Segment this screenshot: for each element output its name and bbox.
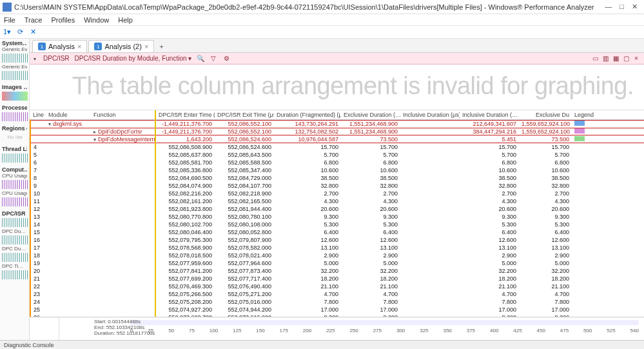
toolbar: 1▾ ⟳ ✕: [0, 26, 644, 39]
maximize-panel-icon[interactable]: ▢: [622, 55, 630, 63]
col-excl-duration[interactable]: Exclusive Duration (…: [341, 110, 400, 120]
breadcrumb-root[interactable]: DPC/ISR: [43, 55, 70, 62]
sidebar-item-cpu-usage-2[interactable]: CPU Usage: [2, 190, 27, 196]
table-header-row[interactable]: Line # Module Function DPC/ISR Enter Tim…: [30, 110, 644, 120]
sidebar-group-thread-life[interactable]: Thread Life: [2, 146, 27, 152]
table-row[interactable]: 9 552,084,074.900552,084,107.70032.800 3…: [30, 182, 644, 190]
thumbnail-icon: [2, 112, 28, 121]
timeline-ticks: 0255075100125150175200225250275300325350…: [130, 328, 639, 334]
col-legend[interactable]: Legend: [572, 110, 644, 120]
col-exit-time[interactable]: DPC/ISR Exit Time (μs): [215, 110, 274, 120]
settings-icon[interactable]: ⚙: [222, 55, 230, 63]
thumbnail-icon: [2, 92, 28, 101]
table-row[interactable]: DpiFdoMessageInterruptRoutine 1,643.2005…: [30, 135, 644, 143]
tab-analysis-1[interactable]: 1Analysis×: [32, 40, 87, 52]
table-row[interactable]: 22 552,076,469.300552,076,490.40021.100 …: [30, 283, 644, 290]
menu-trace[interactable]: Trace: [24, 16, 43, 24]
sidebar-item-dpc-timeline[interactable]: DPC Ti…: [2, 263, 27, 269]
table-row[interactable]: 8 552,084,690.500552,084,729.00038.500 3…: [30, 174, 644, 182]
table-row[interactable]: 6 552,085,581.700552,085,588.5006.800 6.…: [30, 159, 644, 166]
table-row[interactable]: 18 552,078,018.500552,078,021.4002.900 2…: [30, 252, 644, 259]
table-row[interactable]: 25 552,074,927.200552,074,944.20017.000 …: [30, 306, 644, 314]
maximize-button[interactable]: □: [620, 3, 624, 11]
thumbnail-icon: [2, 218, 28, 227]
add-tab-button[interactable]: +: [155, 41, 167, 52]
col-line[interactable]: Line #: [30, 110, 46, 120]
menu-window[interactable]: Window: [84, 16, 109, 24]
table-row[interactable]: 16 552,079,795.300552,079,807.90012.600 …: [30, 236, 644, 244]
table-row[interactable]: 10 552,082,216.200552,082,218.9002.700 2…: [30, 190, 644, 197]
table-row[interactable]: 11 552,082,161.200552,082,165.5004.300 4…: [30, 197, 644, 205]
sidebar-item-generic-events-2[interactable]: Generic Ev: [2, 64, 27, 70]
sidebar-item-generic-events-1[interactable]: Generic Ev: [2, 46, 27, 52]
table-row[interactable]: 13 552,080,770.800552,080,780.1009.300 9…: [30, 213, 644, 221]
sidebar-group-processes[interactable]: Processes: [2, 105, 27, 111]
thumbnail-icon: [2, 253, 28, 262]
view-table-icon[interactable]: ▦: [612, 55, 620, 63]
table-row[interactable]: 17 552,078,568.900552,078,582.00013.100 …: [30, 244, 644, 252]
toolbar-clear-icon[interactable]: ✕: [28, 28, 37, 37]
table-row[interactable]: 15 552,080,046.400552,080,052.8006.400 6…: [30, 228, 644, 236]
close-panel-icon[interactable]: ×: [632, 55, 640, 63]
filter-icon[interactable]: ▽: [210, 55, 217, 63]
data-table[interactable]: Line # Module Function DPC/ISR Enter Tim…: [30, 110, 644, 317]
status-bar[interactable]: Diagnostic Console: [0, 340, 644, 349]
thumbnail-icon: [2, 270, 28, 279]
no-data-label: No dat: [2, 133, 28, 142]
tab-label: Analysis: [48, 43, 75, 50]
col-function[interactable]: Function: [91, 110, 155, 120]
tab-close-icon[interactable]: ×: [77, 43, 81, 50]
panel-collapse-icon[interactable]: [34, 55, 38, 62]
sidebar-group-dpc-isr[interactable]: DPC/ISR: [2, 210, 27, 217]
close-button[interactable]: ✕: [632, 3, 638, 11]
col-duration-frag[interactable]: Duration (Fragmented) (μs): [274, 110, 341, 120]
sidebar-group-system[interactable]: System…: [2, 40, 27, 46]
sidebar-group-computation[interactable]: Comput…: [2, 166, 27, 173]
table-row[interactable]: 20 552,077,841.200552,077,873.40032.200 …: [30, 267, 644, 275]
menu-help[interactable]: Help: [118, 16, 133, 24]
app-icon: [3, 3, 12, 12]
col-incl-duration[interactable]: Inclusive Duration (μs): [400, 110, 460, 120]
tab-close-icon[interactable]: ×: [144, 43, 148, 50]
table-row[interactable]: 19 552,077,959.600552,077,964.6005.000 5…: [30, 259, 644, 267]
graph-panel-header: DPC/ISR DPC/ISR Duration by Module, Func…: [30, 53, 644, 65]
table-row[interactable]: 7 552,085,336.800552,085,347.40010.600 1…: [30, 166, 644, 174]
col-incl-duration-2[interactable]: Inclusive Duration (…: [460, 110, 519, 120]
menu-profiles[interactable]: Profiles: [51, 16, 75, 24]
table-row[interactable]: 24 552,075,208.200552,075,016.0007.800 7…: [30, 298, 644, 306]
table-row[interactable]: DpiFdoDpcForIsr -1,449,211,376.700552,08…: [30, 128, 644, 135]
sidebar-group-regions[interactable]: Regions of: [2, 125, 27, 132]
col-module[interactable]: Module: [46, 110, 91, 120]
col-enter-time[interactable]: DPC/ISR Enter Time (μs): [155, 110, 215, 120]
sidebar-group-images[interactable]: Images …: [2, 84, 27, 90]
window-title: C:\Users\MAIN SYSTEM\AppData\Local\Temp\…: [14, 3, 605, 11]
table-row[interactable]: dxgkrnl.sys -1,449,211,376.700552,086,55…: [30, 120, 644, 128]
menu-file[interactable]: File: [4, 16, 15, 24]
thumbnail-icon: [2, 180, 28, 189]
timeline-ruler[interactable]: Start: 0.001544488s End: 552.103342108s …: [30, 317, 644, 340]
minimize-button[interactable]: —: [605, 3, 612, 11]
table-row[interactable]: 4 552,086,508.900552,086,524.60015.700 1…: [30, 143, 644, 151]
thumbnail-icon: [2, 235, 28, 244]
tab-analysis-2[interactable]: 1Analysis (2)×: [88, 40, 154, 52]
breadcrumb-preset[interactable]: DPC/ISR Duration by Module, Function ▾: [75, 55, 192, 62]
toolbar-session-picker[interactable]: 1▾: [3, 28, 12, 37]
toolbar-refresh-icon[interactable]: ⟳: [15, 28, 24, 37]
thumbnail-icon: [2, 71, 28, 80]
table-row[interactable]: 21 552,077,699.200552,077,717.40018.200 …: [30, 275, 644, 283]
sidebar-item-dpc-duration-2[interactable]: DPC Du…: [2, 246, 27, 252]
sidebar-item-cpu-usage-1[interactable]: CPU Usage: [2, 173, 27, 179]
table-row[interactable]: 12 552,081,923.800552,081,944.40020.600 …: [30, 205, 644, 213]
tab-badge-icon: 1: [38, 43, 46, 50]
table-row[interactable]: 23 552,075,266.500552,075,271.2004.700 4…: [30, 290, 644, 298]
table-row[interactable]: 14 552,080,102.700552,080,108.0005.300 5…: [30, 221, 644, 228]
col-excl-duration-2[interactable]: Exclusive Du: [519, 110, 572, 120]
view-graph-icon[interactable]: ▭: [591, 55, 599, 63]
table-row[interactable]: 5 552,085,637.800552,085,643.5005.700 5.…: [30, 151, 644, 159]
graph-explorer-sidebar[interactable]: System… Generic Ev Generic Ev Images … P…: [0, 39, 30, 340]
sidebar-item-dpc-duration-1[interactable]: DPC Du…: [2, 228, 27, 234]
analysis-tabs: 1Analysis× 1Analysis (2)× +: [30, 39, 644, 53]
titlebar: C:\Users\MAIN SYSTEM\AppData\Local\Temp\…: [0, 0, 644, 14]
view-split-icon[interactable]: ▥: [601, 55, 609, 63]
search-icon[interactable]: 🔍: [197, 55, 204, 63]
